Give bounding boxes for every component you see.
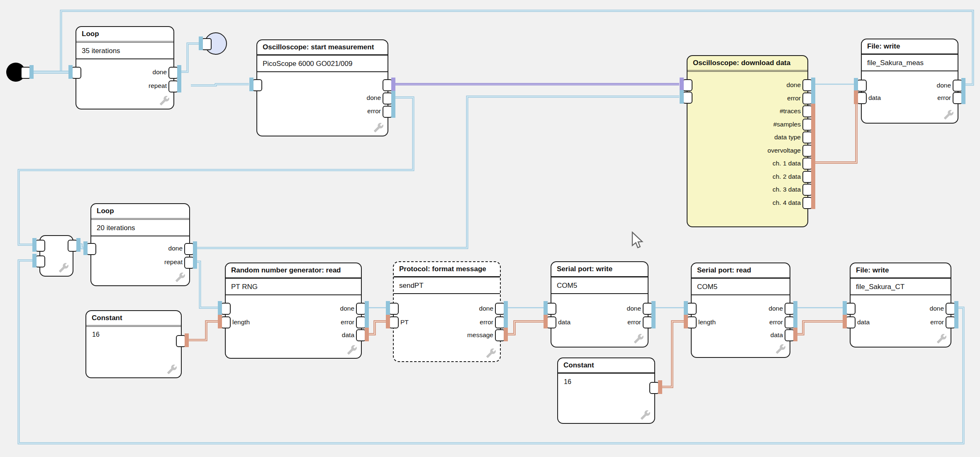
rng-data-output-port[interactable] — [356, 329, 366, 341]
protocol-message-output-port[interactable] — [495, 329, 505, 341]
download-samples-output-port[interactable] — [802, 119, 812, 131]
download-exec-input-port[interactable] — [683, 92, 692, 104]
rng-error-output-port[interactable] — [356, 316, 366, 328]
node-title: File: write — [851, 263, 951, 279]
filect-done-output-port[interactable] — [946, 303, 956, 315]
serialread-length-input-port[interactable] — [687, 316, 697, 328]
protocol-done-output-port[interactable] — [495, 303, 505, 315]
oscstart-trigger-output-port[interactable] — [383, 79, 392, 91]
rng-done-output-port[interactable] — [356, 303, 366, 315]
port-label-done: done — [769, 304, 783, 313]
download-ch1-output-port[interactable] — [802, 158, 812, 170]
node-serial-port-write[interactable]: Serial port: write COM5 data done error — [551, 261, 648, 348]
loop2-done-output-port[interactable] — [184, 243, 194, 255]
node-serial-port-read[interactable]: Serial port: read COM5 length done error… — [691, 263, 790, 358]
download-datatype-output-port[interactable] — [802, 131, 812, 143]
node-subtitle: PicoScope 6000 GO021/009 — [257, 56, 388, 72]
node-file-write-meas[interactable]: File: write file_Sakura_meas data done e… — [861, 39, 958, 124]
mouse-cursor — [631, 231, 646, 250]
wrench-settings-icon[interactable] — [634, 333, 644, 344]
wrench-settings-icon[interactable] — [936, 333, 947, 344]
serialwrite-error-output-port[interactable] — [643, 316, 653, 328]
rng-exec-input-port[interactable] — [221, 303, 231, 315]
serialread-error-output-port[interactable] — [785, 316, 795, 328]
wrench-settings-icon[interactable] — [175, 272, 185, 282]
port-label-data-type: data type — [774, 133, 801, 141]
wrench-settings-icon[interactable] — [486, 348, 496, 358]
oscstart-error-output-port[interactable] — [383, 106, 392, 118]
rng-length-input-port[interactable] — [221, 316, 231, 328]
diagram-canvas[interactable]: Loop 35 iterations done repeat Oscillosc… — [0, 0, 980, 457]
loop1-done-output-port[interactable] — [168, 67, 178, 79]
node-constant-2[interactable]: Constant 16 — [557, 357, 655, 424]
loop2-repeat-output-port[interactable] — [184, 257, 194, 269]
node-oscilloscope-download-data[interactable]: Oscilloscope: download data done error #… — [687, 55, 808, 227]
protocol-exec-input-port[interactable] — [389, 303, 399, 315]
filemeas-data-input-port[interactable] — [857, 92, 867, 104]
wrench-settings-icon[interactable] — [167, 364, 177, 374]
wire-filemeas-done-to-loop1[interactable] — [61, 11, 973, 85]
filemeas-exec-input-port[interactable] — [857, 80, 867, 92]
download-ch4-output-port[interactable] — [802, 197, 812, 209]
terminator-input-port[interactable] — [202, 38, 212, 50]
wrench-settings-icon[interactable] — [373, 122, 384, 133]
loop2-exec-input-port[interactable] — [86, 243, 96, 255]
node-oscilloscope-start-measurement[interactable]: Oscilloscope: start measurement PicoScop… — [256, 39, 388, 136]
filect-exec-input-port[interactable] — [846, 303, 856, 315]
node-subtitle: COM5 — [692, 279, 790, 295]
wire-serialread-data-to-filect-data[interactable] — [791, 321, 845, 334]
serialwrite-done-output-port[interactable] — [643, 303, 653, 315]
protocol-pt-input-port[interactable] — [389, 316, 399, 328]
merge-output-port[interactable] — [68, 240, 78, 252]
wrench-settings-icon[interactable] — [59, 263, 69, 273]
node-title: File: write — [862, 39, 958, 55]
node-title: Serial port: read — [692, 263, 790, 279]
wrench-settings-icon[interactable] — [775, 344, 786, 354]
node-subtitle: 35 iterations — [76, 43, 173, 59]
filemeas-done-output-port[interactable] — [953, 80, 963, 92]
serialread-data-output-port[interactable] — [785, 329, 795, 341]
loop1-repeat-output-port[interactable] — [168, 80, 178, 92]
wire-loop1-repeat-to-oscstart[interactable] — [191, 84, 249, 85]
node-loop-1[interactable]: Loop 35 iterations done repeat — [76, 26, 174, 109]
node-subtitle: sendPT — [394, 277, 500, 294]
wire-protocol-message-to-serialwrite-data[interactable] — [502, 321, 546, 334]
wrench-settings-icon[interactable] — [159, 95, 170, 106]
node-constant-1[interactable]: Constant 16 — [85, 310, 182, 378]
start-node-output-port[interactable] — [21, 67, 31, 79]
node-loop-2[interactable]: Loop 20 iterations done repeat — [90, 203, 190, 286]
filemeas-error-output-port[interactable] — [953, 92, 963, 104]
download-trigger-input-port[interactable] — [683, 79, 692, 91]
constant2-value-output-port[interactable] — [649, 382, 659, 394]
serialread-exec-input-port[interactable] — [687, 303, 697, 315]
merge-input-port-1[interactable] — [35, 240, 45, 252]
download-ch3-output-port[interactable] — [802, 184, 812, 196]
wire-constant2-to-serialread-length[interactable] — [656, 321, 686, 387]
serialwrite-data-input-port[interactable] — [546, 316, 556, 328]
merge-input-port-2[interactable] — [35, 255, 45, 267]
wrench-settings-icon[interactable] — [347, 345, 357, 355]
protocol-error-output-port[interactable] — [495, 316, 505, 328]
download-traces-output-port[interactable] — [802, 105, 812, 117]
download-error-output-port[interactable] — [802, 92, 812, 105]
loop1-exec-input-port[interactable] — [71, 67, 81, 79]
constant1-value-output-port[interactable] — [176, 335, 186, 347]
oscstart-done-output-port[interactable] — [383, 92, 392, 105]
node-protocol-format-message[interactable]: Protocol: format message sendPT PT done … — [393, 261, 501, 362]
serialread-done-output-port[interactable] — [785, 303, 795, 315]
port-label-data: data — [770, 331, 783, 339]
wrench-settings-icon[interactable] — [640, 410, 651, 420]
download-done-output-port[interactable] — [802, 79, 812, 91]
wrench-settings-icon[interactable] — [943, 109, 954, 120]
download-ch2-output-port[interactable] — [802, 171, 812, 183]
download-overvoltage-output-port[interactable] — [802, 145, 812, 157]
wire-download-ch1-to-filemeas-data[interactable] — [809, 100, 856, 163]
node-random-number-generator-read[interactable]: Random number generator: read PT RNG len… — [225, 263, 362, 359]
oscstart-exec-input-port[interactable] — [252, 79, 262, 91]
serialwrite-exec-input-port[interactable] — [546, 303, 556, 315]
filect-data-input-port[interactable] — [846, 316, 856, 328]
filect-error-output-port[interactable] — [946, 316, 956, 328]
port-label-length: length — [698, 318, 716, 326]
node-merge[interactable] — [39, 235, 73, 277]
node-file-write-ct[interactable]: File: write file_Sakura_CT data done err… — [850, 263, 951, 348]
